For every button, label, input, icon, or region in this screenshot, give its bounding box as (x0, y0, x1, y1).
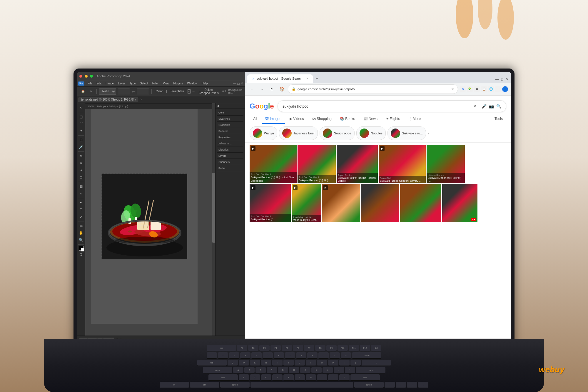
image-result-10[interactable] (400, 184, 441, 222)
key-backslash[interactable]: \ (362, 360, 391, 366)
image-result-4[interactable]: ▶ FutureDish Sukiyaki - Deep Comfort, Sa… (379, 145, 426, 183)
key-f2[interactable]: F2 (248, 345, 258, 351)
key-3[interactable]: 3 (240, 352, 250, 359)
key-minus[interactable]: - (330, 352, 340, 359)
ps-panel-collapse[interactable]: ◀ (216, 103, 245, 109)
key-f[interactable]: F (267, 367, 277, 373)
key-4[interactable]: 4 (251, 352, 262, 359)
chrome-new-tab-btn[interactable]: + (313, 74, 321, 83)
key-i[interactable]: I (306, 360, 316, 366)
ps-tool-dodge[interactable]: ○ (78, 190, 84, 197)
ps-libraries-panel[interactable]: Libraries (217, 147, 243, 153)
ps-minimize-btn[interactable] (85, 75, 88, 78)
key-b[interactable]: B (283, 374, 294, 381)
ps-swatches-panel[interactable]: Swatches (217, 116, 243, 122)
ps-menu-layer[interactable]: Layer (116, 81, 127, 86)
ps-window-controls[interactable]: — □ ✕ (233, 81, 243, 86)
google-clear-icon[interactable]: ✕ (473, 104, 477, 109)
key-slash[interactable]: / (339, 374, 350, 381)
key-d[interactable]: D (255, 367, 266, 373)
ps-tool-mask[interactable]: ⊙ (78, 251, 84, 258)
google-voice-icon[interactable]: 🎤 (482, 104, 487, 109)
image-result-11[interactable]: V● (442, 184, 477, 222)
key-del[interactable]: del (371, 345, 381, 351)
chrome-home-btn[interactable]: 🏠 (278, 85, 286, 93)
google-tab-flights[interactable]: ✈ Flights (382, 114, 404, 124)
ps-menu-filter[interactable]: Filter (151, 81, 161, 86)
key-a[interactable]: A (233, 367, 243, 373)
ps-tool-lasso[interactable]: ⌒ (78, 121, 84, 127)
ps-tool-healing[interactable]: ⊕ (78, 153, 84, 159)
google-tab-news[interactable]: 📰 News (360, 114, 381, 124)
key-f9[interactable]: F9 (326, 345, 337, 351)
ps-layers-panel[interactable]: Layers (217, 153, 243, 159)
ps-tool-brush[interactable]: ✏ (78, 160, 84, 166)
key-esc[interactable]: esc (207, 345, 236, 351)
key-7[interactable]: 7 (285, 352, 295, 359)
google-tab-shopping[interactable]: 🛍 Shopping (309, 114, 335, 124)
ps-scroll-thumb[interactable] (212, 173, 215, 243)
key-t[interactable]: T (272, 360, 283, 366)
related-tag-wagyu[interactable]: Wagyu (250, 126, 277, 140)
key-z[interactable]: Z (239, 374, 249, 381)
ps-panel-toggle[interactable]: ◀ (217, 104, 243, 107)
key-ctrl[interactable]: ctrl (190, 382, 219, 388)
key-m[interactable]: M (306, 374, 316, 381)
key-arrow-r[interactable]: → (418, 382, 428, 388)
image-result-2[interactable]: Just One Cookbook Sukiyaki Recipe すき焼き (298, 145, 336, 183)
chrome-ext-3[interactable]: ⚙ (474, 86, 480, 92)
ps-menu-view[interactable]: View (161, 81, 171, 86)
ps-home-btn[interactable]: 🏠 (79, 88, 86, 95)
key-tab[interactable]: tab (197, 360, 227, 366)
chrome-refresh-btn[interactable]: ↻ (268, 85, 276, 93)
google-lens-icon[interactable]: 📷 (489, 104, 494, 109)
related-tags-next[interactable]: › (428, 126, 429, 140)
ps-straighten-btn[interactable]: Straighten (169, 88, 186, 95)
key-s[interactable]: S (244, 367, 255, 373)
ps-tool-hand[interactable]: ✋ (78, 230, 84, 236)
key-y[interactable]: Y (283, 360, 294, 366)
key-f11[interactable]: F11 (349, 345, 359, 351)
google-tab-more[interactable]: ⋮ More (405, 114, 425, 124)
ps-channels-panel[interactable]: Channels (217, 159, 243, 165)
ps-tool-wand[interactable]: ✦ (78, 128, 84, 134)
ps-height-input[interactable] (137, 89, 149, 94)
chrome-ext-2[interactable]: 🧩 (467, 86, 473, 92)
ps-tool-clone[interactable]: ✦ (78, 167, 84, 174)
ps-canvas-area[interactable]: 100% 1024 px x 1024 px (72 ppi) (85, 103, 215, 336)
ps-tool-zoom[interactable]: 🔍 (78, 237, 84, 243)
key-h[interactable]: H (289, 367, 299, 373)
ps-gradients-panel[interactable]: Gradients (217, 122, 243, 128)
ps-menu-type[interactable]: Type (128, 81, 138, 86)
chrome-tab-active[interactable]: G sukiyaki hotpot - Google Searc... ✕ (247, 74, 313, 83)
ps-move-tool[interactable]: ↖ (88, 88, 94, 95)
ps-ratio-select[interactable]: Ratio (99, 88, 116, 95)
key-l[interactable]: L (323, 367, 333, 373)
key-j[interactable]: J (300, 367, 310, 373)
key-8[interactable]: 8 (296, 352, 306, 359)
ps-tool-text[interactable]: T (78, 206, 84, 213)
chrome-ext-4[interactable]: 📋 (481, 86, 487, 92)
image-result-3[interactable]: Japan Centre Sukiyaki Hot Pot Recipe - J… (337, 145, 378, 183)
chrome-ext-6[interactable]: ⋯ (495, 86, 501, 92)
ps-tool-pen[interactable]: ✒ (78, 199, 84, 206)
key-r[interactable]: R (261, 360, 271, 366)
key-k[interactable]: K (311, 367, 322, 373)
key-f6[interactable]: F6 (293, 345, 303, 351)
key-bracket-l[interactable]: [ (339, 360, 350, 366)
ps-menu-plugins[interactable]: Plugins (171, 81, 185, 86)
related-tag-noodles[interactable]: Noodles (356, 126, 386, 140)
key-enter[interactable]: return (356, 367, 385, 373)
ps-menu-image[interactable]: Image (104, 81, 116, 86)
key-5[interactable]: 5 (263, 352, 273, 359)
ps-tool-shape[interactable]: ▭ (78, 223, 84, 229)
chrome-maximize-btn[interactable]: □ (501, 77, 503, 81)
key-v[interactable]: V (272, 374, 283, 381)
key-x[interactable]: X (250, 374, 260, 381)
key-alt-r[interactable]: option (354, 382, 384, 388)
key-space[interactable] (250, 382, 353, 388)
image-result-7[interactable]: ▶ it's all day i eat lik... Make Sukiyak… (292, 184, 321, 222)
google-tab-images[interactable]: 🖼 Images (262, 114, 285, 124)
key-arrow-d[interactable]: ↓ (407, 382, 417, 388)
ps-close-btn[interactable] (79, 75, 82, 78)
